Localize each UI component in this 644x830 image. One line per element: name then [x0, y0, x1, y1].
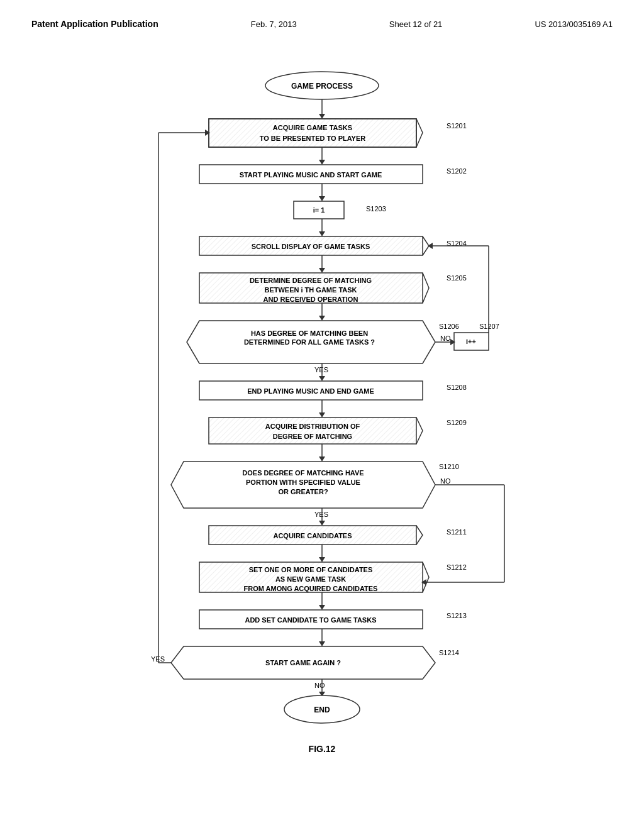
svg-text:i= 1: i= 1	[313, 206, 325, 214]
svg-marker-54	[319, 412, 325, 418]
svg-text:ACQUIRE GAME TASKS: ACQUIRE GAME TASKS	[273, 124, 352, 131]
svg-text:ADD SET CANDIDATE TO GAME TASK: ADD SET CANDIDATE TO GAME TASKS	[245, 616, 376, 624]
svg-text:i++: i++	[466, 338, 476, 345]
svg-text:END: END	[314, 706, 330, 714]
page: Patent Application Publication Feb. 7, 2…	[0, 0, 644, 830]
svg-text:S1214: S1214	[439, 649, 459, 656]
svg-marker-46	[428, 243, 433, 249]
svg-text:S1207: S1207	[479, 323, 499, 330]
svg-text:ACQUIRE DISTRIBUTION OF: ACQUIRE DISTRIBUTION OF	[265, 423, 360, 430]
svg-text:OR GREATER?: OR GREATER?	[278, 488, 328, 495]
flowchart: GAME PROCESS S1201 ACQUIRE GAME TASKS TO…	[31, 54, 613, 771]
header-date: Feb. 7, 2013	[251, 19, 297, 29]
svg-text:AND RECEIVED OPERATION: AND RECEIVED OPERATION	[264, 296, 358, 303]
svg-marker-16	[319, 196, 325, 201]
svg-text:S1209: S1209	[447, 419, 467, 426]
svg-text:DOES DEGREE OF MATCHING HAVE: DOES DEGREE OF MATCHING HAVE	[242, 469, 364, 477]
svg-text:S1211: S1211	[447, 528, 467, 536]
svg-text:AS NEW GAME TASK: AS NEW GAME TASK	[275, 575, 346, 583]
svg-text:START GAME AGAIN ?: START GAME AGAIN ?	[265, 659, 341, 667]
svg-text:S1205: S1205	[447, 274, 467, 282]
svg-text:NO: NO	[440, 477, 451, 485]
svg-text:FIG.12: FIG.12	[309, 744, 336, 754]
svg-marker-26	[319, 268, 325, 273]
svg-text:FROM AMONG ACQUIRED CANDIDATES: FROM AMONG ACQUIRED CANDIDATES	[244, 585, 378, 592]
svg-text:BETWEEN  i TH GAME TASK: BETWEEN i TH GAME TASK	[264, 286, 357, 294]
svg-marker-11	[319, 160, 325, 165]
header-sheet: Sheet 12 of 21	[389, 19, 443, 29]
svg-text:START PLAYING MUSIC AND START : START PLAYING MUSIC AND START GAME	[240, 171, 382, 179]
svg-text:HAS DEGREE OF MATCHING BEEN: HAS DEGREE OF MATCHING BEEN	[251, 329, 368, 337]
header: Patent Application Publication Feb. 7, 2…	[31, 19, 613, 29]
svg-text:S1208: S1208	[447, 384, 467, 391]
svg-marker-3	[319, 114, 325, 119]
svg-text:PORTION WITH SPECIFIED VALUE: PORTION WITH SPECIFIED VALUE	[246, 479, 360, 486]
svg-marker-73	[319, 521, 325, 526]
svg-text:S1213: S1213	[447, 612, 467, 619]
svg-marker-21	[319, 231, 325, 236]
svg-marker-90	[319, 641, 325, 646]
flowchart-svg: GAME PROCESS S1201 ACQUIRE GAME TASKS TO…	[102, 54, 542, 771]
svg-marker-33	[319, 316, 325, 321]
svg-text:S1206: S1206	[439, 323, 459, 330]
header-patent: US 2013/0035169 A1	[535, 19, 613, 29]
svg-text:S1210: S1210	[439, 463, 459, 470]
svg-marker-60	[319, 456, 325, 462]
svg-rect-7	[209, 119, 416, 147]
svg-text:TO BE PRESENTED TO PLAYER: TO BE PRESENTED TO PLAYER	[260, 135, 366, 142]
svg-text:S1202: S1202	[447, 167, 467, 175]
svg-text:YES: YES	[314, 366, 328, 374]
svg-text:DETERMINED FOR ALL GAME TASKS : DETERMINED FOR ALL GAME TASKS ?	[244, 338, 375, 346]
svg-text:ACQUIRE CANDIDATES: ACQUIRE CANDIDATES	[273, 532, 352, 540]
svg-marker-78	[319, 557, 325, 562]
svg-text:NO: NO	[314, 682, 325, 689]
svg-text:GAME  PROCESS: GAME PROCESS	[291, 82, 353, 91]
svg-text:S1201: S1201	[447, 122, 467, 130]
svg-marker-85	[319, 605, 325, 610]
svg-text:SET ONE OR MORE OF CANDIDATES: SET ONE OR MORE OF CANDIDATES	[249, 566, 373, 573]
svg-text:YES: YES	[314, 511, 328, 518]
svg-text:DETERMINE DEGREE OF MATCHING: DETERMINE DEGREE OF MATCHING	[250, 277, 372, 284]
svg-text:S1212: S1212	[447, 563, 467, 571]
svg-text:DEGREE OF MATCHING: DEGREE OF MATCHING	[273, 433, 352, 440]
svg-text:END PLAYING MUSIC  AND END GAM: END PLAYING MUSIC AND END GAME	[247, 387, 374, 395]
svg-text:S1203: S1203	[366, 205, 386, 213]
svg-text:SCROLL DISPLAY OF GAME TASKS: SCROLL DISPLAY OF GAME TASKS	[252, 243, 370, 250]
svg-text:YES: YES	[151, 655, 165, 663]
header-publication: Patent Application Publication	[31, 19, 158, 29]
svg-text:NO: NO	[440, 335, 451, 342]
svg-marker-49	[319, 376, 325, 381]
